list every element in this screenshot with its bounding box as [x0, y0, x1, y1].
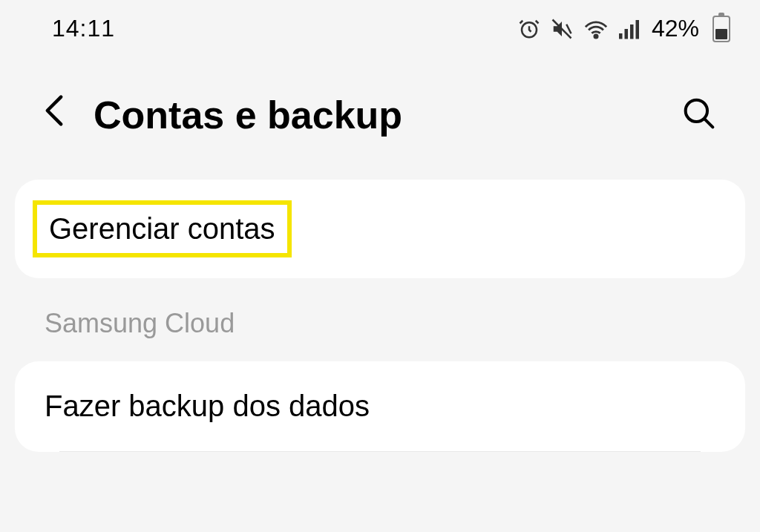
samsung-cloud-card: Fazer backup dos dados [15, 361, 745, 452]
svg-rect-7 [635, 20, 639, 39]
backup-data-item[interactable]: Fazer backup dos dados [15, 361, 745, 451]
accounts-card: Gerenciar contas [15, 180, 745, 278]
search-button[interactable] [675, 90, 723, 140]
page-header: Contas e backup [0, 50, 760, 165]
manage-accounts-item[interactable]: Gerenciar contas [15, 180, 745, 278]
manage-accounts-label: Gerenciar contas [33, 200, 292, 257]
svg-line-9 [704, 119, 712, 127]
alarm-icon [518, 18, 540, 40]
status-time: 14:11 [52, 15, 115, 42]
status-bar: 14:11 [0, 0, 760, 50]
page-title: Contas e backup [94, 93, 653, 137]
wifi-icon [583, 18, 609, 40]
battery-percent: 42% [652, 15, 699, 42]
status-icons: 42% [518, 15, 730, 42]
mute-icon [551, 18, 573, 40]
svg-rect-4 [619, 33, 623, 39]
signal-icon [619, 19, 641, 39]
battery-icon [712, 16, 730, 42]
back-button[interactable] [37, 87, 71, 142]
svg-rect-6 [630, 24, 634, 39]
svg-rect-5 [624, 29, 628, 39]
svg-point-3 [594, 34, 597, 37]
svg-line-1 [566, 24, 571, 33]
divider [59, 451, 701, 452]
samsung-cloud-section-label: Samsung Cloud [0, 278, 760, 347]
